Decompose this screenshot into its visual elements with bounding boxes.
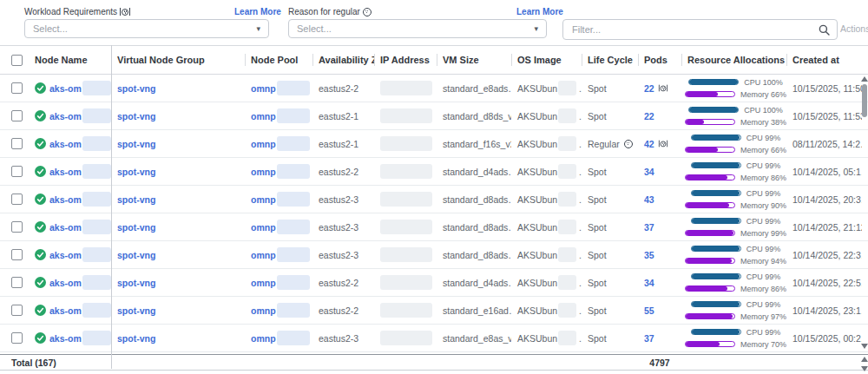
actions-button[interactable]: Actions [840, 23, 868, 34]
virtual-node-group-link[interactable]: spot-vng [117, 194, 155, 205]
column-header-node-name[interactable]: Node Name [35, 46, 111, 74]
table-row[interactable]: aks-om spot-vng omnp eastus2-2 standard_… [0, 158, 868, 186]
scrollbar-thumb[interactable] [862, 84, 867, 117]
table-row[interactable]: aks-om spot-vng omnp eastus2-3 standard_… [0, 213, 868, 241]
node-name-link[interactable]: aks-om [49, 83, 82, 94]
pods-link[interactable]: 22 [644, 111, 654, 121]
virtual-node-group-link[interactable]: spot-vng [117, 305, 155, 316]
footer-scroll-up-icon[interactable] [861, 357, 868, 362]
column-header-os-image[interactable]: OS Image [511, 46, 582, 74]
workload-requirements-select[interactable]: Select... ▾ [24, 19, 269, 38]
node-pool-link[interactable]: omnp [251, 167, 276, 177]
column-header-virtual-node-group[interactable]: Virtual Node Group [111, 46, 245, 74]
vertical-scrollbar[interactable] [861, 75, 868, 352]
column-header-vm-size[interactable]: VM Size [437, 46, 511, 74]
virtual-node-group-link[interactable]: spot-vng [117, 250, 155, 260]
node-pool-link[interactable]: omnp [251, 278, 276, 288]
pods-link[interactable]: 37 [644, 222, 654, 233]
cpu-bar [688, 79, 739, 85]
row-checkbox[interactable] [11, 110, 23, 121]
pods-link[interactable]: 37 [644, 333, 654, 344]
node-name-link[interactable]: aks-om [49, 333, 82, 344]
node-name-cell: aks-om [35, 241, 111, 268]
resource-allocations-cell: CPU 100% Memory 38% [681, 102, 786, 129]
workload-learn-more-link[interactable]: Learn More [234, 7, 281, 16]
pods-link[interactable]: 22 [644, 83, 654, 94]
table-row[interactable]: aks-om spot-vng omnp eastus2-2 standard_… [0, 297, 868, 325]
pods-link[interactable]: 43 [644, 194, 654, 205]
table-row[interactable]: aks-om spot-vng omnp eastus2-1 standard_… [0, 130, 868, 158]
row-checkbox[interactable] [11, 138, 23, 149]
scroll-down-icon[interactable] [861, 344, 868, 349]
node-pool-link[interactable]: omnp [251, 139, 276, 149]
availability-zone-cell: eastus2-2 [312, 75, 374, 102]
availability-zone-cell: eastus2-3 [312, 186, 374, 213]
node-pool-link[interactable]: omnp [251, 250, 276, 260]
created-at-value: 10/15/2025, 11:53… [792, 111, 862, 121]
table-row[interactable]: aks-om spot-vng omnp eastus2-3 standard_… [0, 186, 868, 213]
node-pool-link[interactable]: omnp [251, 222, 276, 233]
resource-allocations-cell: CPU 99% Memory 70% [681, 325, 786, 351]
reason-for-regular-select[interactable]: Select... ▾ [288, 19, 547, 38]
node-name-link[interactable]: aks-om [49, 194, 82, 205]
row-checkbox[interactable] [11, 277, 23, 288]
virtual-node-group-link[interactable]: spot-vng [117, 83, 155, 94]
row-checkbox[interactable] [11, 194, 23, 205]
row-checkbox[interactable] [11, 221, 23, 233]
virtual-node-group-link[interactable]: spot-vng [117, 333, 155, 344]
node-pool-cell: omnp [245, 158, 312, 185]
virtual-node-group-link[interactable]: spot-vng [117, 139, 155, 149]
redacted-ip-address [380, 220, 432, 234]
table-row[interactable]: aks-om spot-vng omnp eastus2-3 standard_… [0, 325, 868, 352]
virtual-node-group-link[interactable]: spot-vng [117, 111, 155, 121]
column-header-created-at[interactable]: Created at [786, 46, 862, 74]
redacted-node-name [82, 303, 111, 318]
row-checkbox[interactable] [11, 305, 23, 316]
node-name-link[interactable]: aks-om [49, 139, 82, 149]
vm-size-value: standard_e8as_v4 [443, 333, 511, 344]
virtual-node-group-link[interactable]: spot-vng [117, 278, 155, 288]
column-header-ip-address[interactable]: IP Address [374, 46, 437, 74]
node-name-link[interactable]: aks-om [49, 222, 82, 233]
node-name-link[interactable]: aks-om [49, 111, 82, 121]
node-name-link[interactable]: aks-om [49, 250, 82, 260]
scroll-up-icon[interactable] [861, 76, 868, 82]
node-pool-link[interactable]: omnp [251, 333, 276, 344]
table-row[interactable]: aks-om spot-vng omnp eastus2-1 standard_… [0, 102, 868, 130]
row-checkbox[interactable] [11, 166, 23, 177]
filter-input[interactable] [570, 23, 819, 36]
virtual-node-group-link[interactable]: spot-vng [117, 222, 155, 233]
pods-cell: 55 [638, 297, 681, 324]
node-pool-link[interactable]: omnp [251, 305, 276, 316]
column-header-pods[interactable]: Pods [638, 46, 681, 74]
row-checkbox[interactable] [11, 332, 23, 344]
node-name-link[interactable]: aks-om [49, 278, 82, 288]
table-row[interactable]: aks-om spot-vng omnp eastus2-2 standard_… [0, 75, 868, 102]
column-header-availability-zone[interactable]: Availability Zone [312, 46, 374, 74]
node-pool-link[interactable]: omnp [251, 194, 276, 205]
node-pool-link[interactable]: omnp [251, 83, 276, 94]
table-row[interactable]: aks-om spot-vng omnp eastus2-2 standard_… [0, 269, 868, 297]
node-pool-link[interactable]: omnp [251, 111, 276, 121]
column-header-resource-allocations[interactable]: Resource Allocations ↓≡ [681, 46, 786, 74]
select-all-checkbox[interactable] [11, 55, 23, 66]
pods-link[interactable]: 55 [644, 305, 654, 316]
virtual-node-group-link[interactable]: spot-vng [117, 167, 155, 177]
row-checkbox[interactable] [11, 249, 23, 260]
pods-link[interactable]: 42 [644, 139, 654, 149]
footer-scroll-down-icon[interactable] [861, 366, 868, 371]
search-icon[interactable] [819, 24, 830, 36]
node-name-link[interactable]: aks-om [49, 305, 82, 316]
node-name-link[interactable]: aks-om [49, 167, 82, 177]
pods-link[interactable]: 34 [644, 278, 654, 288]
table-row[interactable]: aks-om spot-vng omnp eastus2-3 standard_… [0, 241, 868, 269]
row-checkbox[interactable] [11, 82, 23, 94]
pods-link[interactable]: 35 [644, 250, 654, 260]
column-header-node-pool[interactable]: Node Pool [245, 46, 312, 74]
column-header-life-cycle[interactable]: Life Cycle [582, 46, 638, 74]
created-at-cell: 10/14/2025, 20:3… [786, 186, 862, 213]
pods-link[interactable]: 34 [644, 167, 654, 177]
redacted-node-name [82, 108, 111, 123]
availability-zone-value: eastus2-3 [319, 333, 358, 344]
reason-learn-more-link[interactable]: Learn More [516, 7, 563, 16]
